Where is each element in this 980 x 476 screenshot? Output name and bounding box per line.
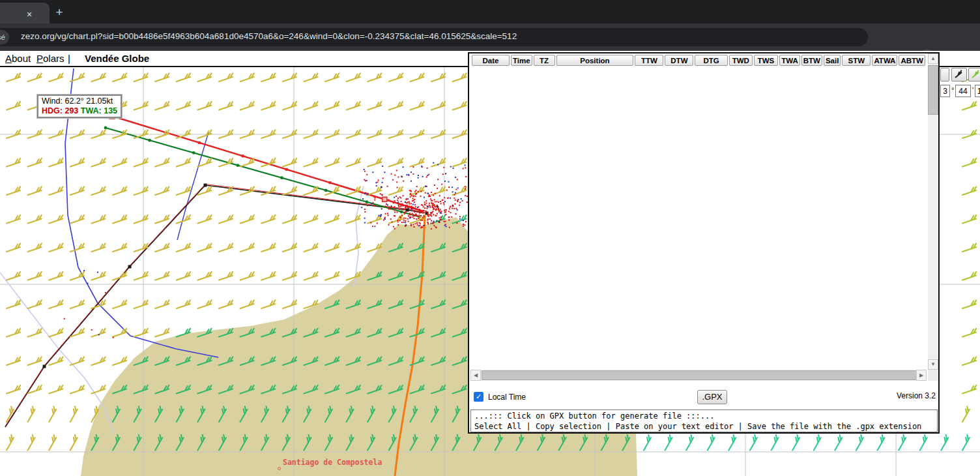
column-header-time[interactable]: Time: [511, 55, 532, 66]
local-time-checkbox[interactable]: ✓: [474, 392, 483, 402]
tooltip-hdg-value: 293: [65, 106, 78, 115]
tooltip-hdg-twa-line: HDG: 293 TWA: 135: [42, 106, 117, 116]
browser-toolbar: risé zezo.org/vg/chart.pl?sid=b00b4486e5…: [0, 23, 980, 51]
version-label: Version 3.2: [897, 391, 936, 400]
gpx-instructions-line1: ...::: Click on GPX button for generate …: [474, 411, 934, 421]
routing-table: DateTimeTZPositionTTWDTWDTGTWDTWSTWABTWS…: [470, 53, 927, 67]
routing-grid: DateTimeTZPositionTTWDTWDTGTWDTWSTWABTWS…: [470, 53, 927, 370]
barb-button-black[interactable]: [951, 68, 967, 82]
vertical-scroll-thumb[interactable]: [928, 65, 938, 115]
horizontal-scroll-thumb[interactable]: [482, 370, 917, 380]
column-header-sail[interactable]: Sail: [824, 55, 841, 66]
minute-symbol: ': [972, 86, 973, 94]
column-header-ttw[interactable]: TTW: [635, 55, 663, 66]
santiago-city-label: Santiago de Compostela: [283, 458, 382, 467]
wind-tooltip: Wind: 62.2° 21.05kt HDG: 293 TWA: 135: [37, 95, 122, 118]
column-header-dtw[interactable]: DTW: [665, 55, 693, 66]
column-header-twd[interactable]: TWD: [729, 55, 753, 66]
gpx-button[interactable]: .GPX: [697, 390, 727, 404]
lat-deg-input[interactable]: [940, 85, 950, 97]
browser-tab[interactable]: ×: [0, 3, 50, 23]
address-bar[interactable]: risé zezo.org/vg/chart.pl?sid=b00b4486e5…: [0, 28, 868, 46]
degree-symbol: °: [951, 86, 954, 94]
lat-sec-input[interactable]: [975, 85, 980, 97]
new-tab-button[interactable]: +: [51, 4, 68, 21]
column-header-tws[interactable]: TWS: [754, 55, 779, 66]
scroll-up-button[interactable]: ▲: [928, 53, 938, 64]
gpx-instructions-line2: Select All | Copy selection | Paste on y…: [474, 421, 934, 432]
column-header-tz[interactable]: TZ: [534, 55, 555, 66]
tooltip-hdg-label: HDG:: [42, 106, 63, 115]
barb-button-green[interactable]: [968, 68, 980, 82]
gpx-instructions-box[interactable]: ...::: Click on GPX button for generate …: [470, 409, 938, 432]
tooltip-wind-line: Wind: 62.2° 21.05kt: [42, 97, 117, 106]
polars-link[interactable]: Polars: [36, 53, 65, 64]
santiago-city-marker: [278, 467, 281, 470]
local-time-label: Local Time: [488, 393, 526, 402]
tooltip-twa-label: TWA:: [81, 106, 102, 115]
column-header-position[interactable]: Position: [556, 55, 634, 66]
column-header-btw[interactable]: BTW: [801, 55, 822, 66]
scrollbar-corner: [928, 370, 938, 381]
column-header-date[interactable]: Date: [472, 55, 510, 66]
tab-close-icon[interactable]: ×: [23, 8, 36, 21]
column-header-dtg[interactable]: DTG: [695, 55, 727, 66]
scroll-down-button[interactable]: ▼: [928, 359, 938, 370]
scroll-left-button[interactable]: ◀: [470, 370, 481, 381]
security-chip[interactable]: risé: [0, 30, 9, 44]
lat-min-input[interactable]: [955, 85, 971, 97]
page-title: Vendée Globe: [85, 53, 149, 64]
column-header-twa[interactable]: TWA: [779, 55, 800, 66]
url-text[interactable]: zezo.org/vg/chart.pl?sid=b00b4486e5f4963…: [21, 31, 517, 41]
about-link[interactable]: About: [5, 53, 31, 64]
column-header-stw[interactable]: STW: [842, 55, 871, 66]
tooltip-twa-value: 135: [104, 106, 117, 115]
routing-table-panel: DateTimeTZPositionTTWDTWDTGTWDTWSTWABTWS…: [468, 52, 940, 434]
tab-strip: × +: [0, 0, 980, 23]
barb-button-plain[interactable]: [940, 68, 949, 82]
table-header-row: DateTimeTZPositionTTWDTWDTGTWDTWSTWABTWS…: [472, 55, 925, 66]
browser-window: × + risé zezo.org/vg/chart.pl?sid=b00b44…: [0, 0, 980, 476]
column-header-atwa[interactable]: ATWA: [872, 55, 897, 66]
column-header-abtw[interactable]: ABTW: [899, 55, 925, 66]
scroll-right-button[interactable]: ▶: [916, 370, 927, 381]
header-separator: |: [68, 53, 70, 64]
